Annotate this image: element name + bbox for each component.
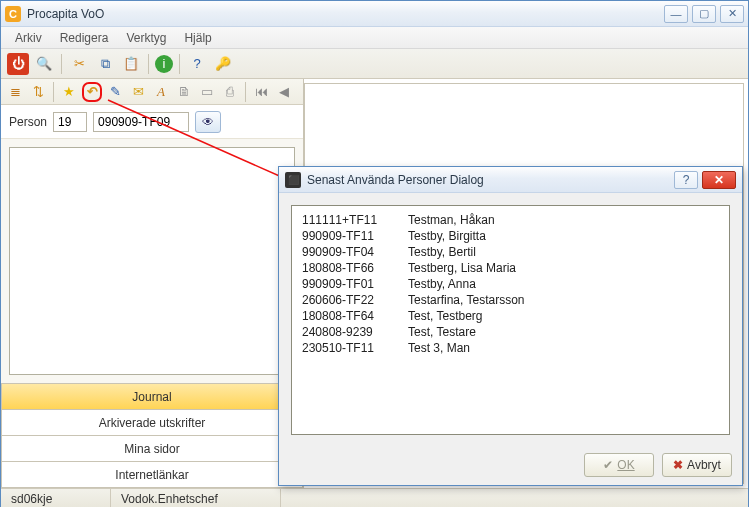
person-id: 240808-9239 bbox=[302, 324, 408, 340]
first-icon[interactable]: ⏮ bbox=[251, 82, 271, 102]
paste-icon[interactable]: 📋 bbox=[120, 53, 142, 75]
list-item[interactable]: 111111+TF11Testman, Håkan bbox=[302, 212, 719, 228]
menu-arkiv[interactable]: Arkiv bbox=[7, 29, 50, 47]
menu-redigera[interactable]: Redigera bbox=[52, 29, 117, 47]
maximize-button[interactable]: ▢ bbox=[692, 5, 716, 23]
person-id: 990909-TF11 bbox=[302, 228, 408, 244]
person-id: 990909-TF01 bbox=[302, 276, 408, 292]
list-item[interactable]: 990909-TF11Testby, Birgitta bbox=[302, 228, 719, 244]
person-id: 180808-TF64 bbox=[302, 308, 408, 324]
person-name: Testby, Anna bbox=[408, 276, 719, 292]
ok-label: OK bbox=[617, 458, 634, 472]
help-icon[interactable]: ? bbox=[186, 53, 208, 75]
person-name: Testman, Håkan bbox=[408, 212, 719, 228]
menu-verktyg[interactable]: Verktyg bbox=[118, 29, 174, 47]
mail-icon[interactable]: ✉ bbox=[128, 82, 148, 102]
person-code-input[interactable] bbox=[53, 112, 87, 132]
person-id: 990909-TF04 bbox=[302, 244, 408, 260]
list-icon[interactable]: ≣ bbox=[5, 82, 25, 102]
star-icon[interactable]: ★ bbox=[59, 82, 79, 102]
close-button[interactable]: ✕ bbox=[720, 5, 744, 23]
status-role: Vodok.Enhetschef bbox=[111, 489, 281, 507]
menu-hjalp[interactable]: Hjälp bbox=[176, 29, 219, 47]
person-name: Testarfina, Testarsson bbox=[408, 292, 719, 308]
separator bbox=[61, 54, 62, 74]
recent-persons-list[interactable]: 111111+TF11Testman, Håkan990909-TF11Test… bbox=[291, 205, 730, 435]
person-name: Testby, Bertil bbox=[408, 244, 719, 260]
person-row: Person 👁 bbox=[1, 105, 303, 139]
titlebar: C Procapita VoO — ▢ ✕ bbox=[1, 1, 748, 27]
list-item[interactable]: 180808-TF66Testberg, Lisa Maria bbox=[302, 260, 719, 276]
dialog-body: 111111+TF11Testman, Håkan990909-TF11Test… bbox=[279, 193, 742, 447]
binoculars-icon[interactable]: 🔍 bbox=[33, 53, 55, 75]
minimize-button[interactable]: — bbox=[664, 5, 688, 23]
copy-icon[interactable]: ⧉ bbox=[94, 53, 116, 75]
tab-minasidor[interactable]: Mina sidor bbox=[1, 436, 303, 462]
separator bbox=[53, 82, 54, 102]
list-item[interactable]: 990909-TF01Testby, Anna bbox=[302, 276, 719, 292]
tab-journal[interactable]: Journal bbox=[1, 384, 303, 410]
dialog-help-button[interactable]: ? bbox=[674, 171, 698, 189]
tab-stack: Journal Arkiverade utskrifter Mina sidor… bbox=[1, 383, 303, 488]
dialog-close-button[interactable]: ✕ bbox=[702, 171, 736, 189]
doc-icon[interactable]: 🗎 bbox=[174, 82, 194, 102]
window-title: Procapita VoO bbox=[27, 7, 660, 21]
person-label: Person bbox=[9, 115, 47, 129]
person-name: Testberg, Lisa Maria bbox=[408, 260, 719, 276]
menubar: Arkiv Redigera Verktyg Hjälp bbox=[1, 27, 748, 49]
list-item[interactable]: 990909-TF04Testby, Bertil bbox=[302, 244, 719, 260]
book-icon[interactable]: ▭ bbox=[197, 82, 217, 102]
dialog-title: Senast Använda Personer Dialog bbox=[307, 173, 674, 187]
statusbar: sd06kje Vodok.Enhetschef bbox=[1, 488, 748, 507]
tab-internet[interactable]: Internetlänkar bbox=[1, 462, 303, 488]
cancel-label: Avbryt bbox=[687, 458, 721, 472]
person-name: Test, Testare bbox=[408, 324, 719, 340]
main-toolbar: ⏻ 🔍 ✂ ⧉ 📋 i ? 🔑 bbox=[1, 49, 748, 79]
person-name: Test 3, Man bbox=[408, 340, 719, 356]
cut-icon[interactable]: ✂ bbox=[68, 53, 90, 75]
separator bbox=[148, 54, 149, 74]
list-item[interactable]: 180808-TF64Test, Testberg bbox=[302, 308, 719, 324]
person-ssn-input[interactable] bbox=[93, 112, 189, 132]
font-icon[interactable]: A bbox=[151, 82, 171, 102]
separator bbox=[245, 82, 246, 102]
list-item[interactable]: 240808-9239Test, Testare bbox=[302, 324, 719, 340]
app-icon: C bbox=[5, 6, 21, 22]
person-list-area[interactable] bbox=[9, 147, 295, 375]
undo-icon[interactable]: ↶ bbox=[82, 82, 102, 102]
list-item[interactable]: 260606-TF22Testarfina, Testarsson bbox=[302, 292, 719, 308]
person-id: 111111+TF11 bbox=[302, 212, 408, 228]
status-empty bbox=[281, 489, 748, 507]
x-icon: ✖ bbox=[673, 458, 683, 472]
edit-icon[interactable]: ✎ bbox=[105, 82, 125, 102]
prev-icon[interactable]: ◀ bbox=[274, 82, 294, 102]
print-icon[interactable]: ⎙ bbox=[220, 82, 240, 102]
person-id: 230510-TF11 bbox=[302, 340, 408, 356]
view-button[interactable]: 👁 bbox=[195, 111, 221, 133]
person-id: 260606-TF22 bbox=[302, 292, 408, 308]
power-icon[interactable]: ⏻ bbox=[7, 53, 29, 75]
person-id: 180808-TF66 bbox=[302, 260, 408, 276]
tab-arkiverade[interactable]: Arkiverade utskrifter bbox=[1, 410, 303, 436]
key-icon[interactable]: 🔑 bbox=[212, 53, 234, 75]
list-item[interactable]: 230510-TF11Test 3, Man bbox=[302, 340, 719, 356]
cancel-button[interactable]: ✖ Avbryt bbox=[662, 453, 732, 477]
ok-button[interactable]: ✔ OK bbox=[584, 453, 654, 477]
separator bbox=[179, 54, 180, 74]
check-icon: ✔ bbox=[603, 458, 613, 472]
info-icon[interactable]: i bbox=[155, 55, 173, 73]
person-name: Testby, Birgitta bbox=[408, 228, 719, 244]
left-pane: ≣ ⇅ ★ ↶ ✎ ✉ A 🗎 ▭ ⎙ ⏮ ◀ Person 👁 bbox=[1, 79, 304, 488]
status-user: sd06kje bbox=[1, 489, 111, 507]
dialog-titlebar: ⬛ Senast Använda Personer Dialog ? ✕ bbox=[279, 167, 742, 193]
recent-persons-dialog: ⬛ Senast Använda Personer Dialog ? ✕ 111… bbox=[278, 166, 743, 486]
person-name: Test, Testberg bbox=[408, 308, 719, 324]
dialog-icon: ⬛ bbox=[285, 172, 301, 188]
sort-icon[interactable]: ⇅ bbox=[28, 82, 48, 102]
dialog-button-row: ✔ OK ✖ Avbryt bbox=[584, 453, 732, 477]
sub-toolbar: ≣ ⇅ ★ ↶ ✎ ✉ A 🗎 ▭ ⎙ ⏮ ◀ bbox=[1, 79, 303, 105]
